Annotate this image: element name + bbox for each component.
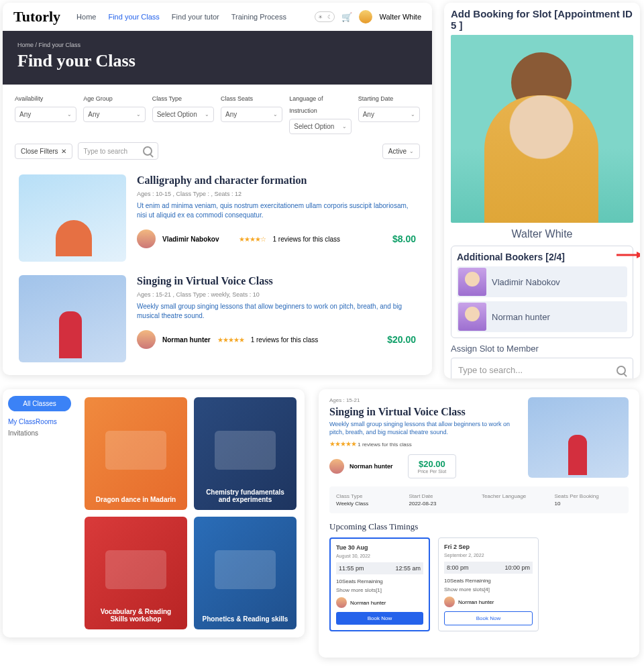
info-grid: Class TypeWeekly Class Start Date2022-08…: [329, 486, 629, 513]
filter-label: Class Type: [152, 95, 182, 102]
filter-row: AvailabilityAny⌄ Age GroupAny⌄ Class Typ…: [3, 85, 432, 141]
panel-title: Add Booking for Slot [Appointment ID 5 ]: [451, 8, 633, 31]
side-nav: All Classes My ClassRooms Invitations: [3, 389, 76, 637]
class-row[interactable]: Calligraphy and character formation Ages…: [3, 168, 432, 268]
class-thumbnail: [19, 174, 126, 262]
topbar: Tutorly Home Find your Class Find your t…: [3, 3, 432, 31]
class-card[interactable]: Dragon dance in Madarin: [85, 397, 187, 510]
classes-grid-panel: All Classes My ClassRooms Invitations Dr…: [3, 389, 305, 637]
filter-availability[interactable]: Any⌄: [15, 107, 76, 122]
book-now-button[interactable]: Book Now: [444, 611, 533, 625]
class-desc: Weekly small group singing lessons that …: [137, 302, 416, 321]
member-name: Walter White: [451, 228, 633, 240]
star-rating: ★★★★★: [329, 440, 356, 448]
class-meta: Ages : 10-15 , Class Type : , Seats : 12: [137, 191, 416, 197]
class-thumbnail: [19, 275, 126, 362]
price: $8.00: [392, 234, 416, 244]
filter-label: Language of Instruction: [289, 95, 323, 114]
filter-label: Age Group: [83, 95, 113, 102]
price-box: $20.00 Price Per Slot: [408, 454, 457, 478]
price: $20.00: [387, 334, 416, 345]
close-icon: ✕: [61, 148, 66, 155]
breadcrumb[interactable]: Home / Find your Class: [17, 42, 417, 48]
sidebar-link-invitations[interactable]: Invitations: [8, 429, 71, 437]
class-detail-panel: Ages : 15-21 Singing in Virtual Voice Cl…: [319, 389, 639, 658]
assign-label: Assign Slot to Member: [451, 344, 633, 354]
nav-find-class[interactable]: Find your Class: [108, 13, 159, 21]
chevron-down-icon: ⌄: [409, 148, 414, 154]
class-title: Singing in Virtual Voice Class: [329, 406, 519, 418]
class-thumbnail: [528, 397, 629, 478]
class-card[interactable]: Chemistry fundamentals and experiments: [194, 397, 297, 510]
filter-label: Class Seats: [221, 95, 253, 102]
tutor-name[interactable]: Vladimir Nabokov: [162, 236, 219, 243]
status-filter[interactable]: Active⌄: [382, 144, 420, 159]
show-more-link[interactable]: Show more slots[4]: [444, 586, 533, 592]
filter-age[interactable]: Any⌄: [83, 107, 145, 122]
show-more-link[interactable]: Show more slots[1]: [336, 587, 423, 593]
bookers-title: Additional Bookers [2/4]: [457, 252, 627, 262]
class-desc: Ut enim ad minima veniam, quis nostrum e…: [137, 201, 416, 220]
member-photo: [451, 35, 633, 223]
price-label: Price Per Slot: [418, 469, 447, 474]
all-classes-button[interactable]: All Classes: [8, 396, 71, 411]
class-card[interactable]: Phonetics & Reading skills: [194, 517, 297, 629]
reviews-text: 1 reviews for this class: [272, 236, 340, 243]
filter-seats[interactable]: Any⌄: [221, 107, 282, 122]
chevron-down-icon: ⌄: [411, 111, 415, 117]
tutor-name[interactable]: Norman hunter: [162, 336, 211, 344]
filter-label: Starting Date: [358, 95, 394, 102]
chevron-down-icon: ⌄: [67, 111, 72, 117]
star-rating: ★★★★☆: [239, 236, 266, 243]
book-now-button[interactable]: Book Now: [336, 612, 423, 625]
class-title[interactable]: Calligraphy and character formation: [137, 174, 416, 187]
booker-name: Vladimir Nabokov: [492, 277, 560, 287]
slot-card[interactable]: Fri 2 Sep September 2, 2022 8:00 pm10:00…: [438, 537, 539, 631]
bookers-box: Additional Bookers [2/4] Vladimir Naboko…: [451, 246, 633, 338]
class-meta: Ages : 15-21 , Class Type : weekly, Seat…: [137, 291, 416, 298]
class-title[interactable]: Singing in Virtual Voice Class: [137, 275, 416, 287]
tutor-avatar: [444, 597, 455, 607]
filter-lang[interactable]: Select Option⌄: [289, 119, 351, 134]
class-row[interactable]: Singing in Virtual Voice Class Ages : 15…: [3, 268, 432, 369]
chevron-down-icon: ⌄: [136, 111, 141, 117]
theme-toggle[interactable]: ☀☾: [315, 11, 335, 22]
class-card[interactable]: Vocabulary & Reading Skills workshop: [85, 517, 187, 629]
filter-label: Availability: [15, 95, 43, 102]
ages-text: Ages : 15-21: [329, 397, 519, 403]
slot-card[interactable]: Tue 30 Aug August 30, 2022 11:55 pm12:55…: [329, 537, 430, 631]
tutor-avatar[interactable]: [137, 229, 156, 248]
chevron-down-icon: ⌄: [205, 111, 209, 117]
reviews-text: 1 reviews for this class: [251, 336, 319, 344]
sidebar-link-classrooms[interactable]: My ClassRooms: [8, 418, 71, 425]
booker-avatar: [458, 303, 486, 331]
search-input[interactable]: Type to search: [78, 142, 158, 160]
arrow-icon: [616, 252, 640, 258]
chevron-down-icon: ⌄: [273, 111, 278, 117]
booker-row[interactable]: Norman hunter: [457, 301, 627, 332]
filter-date[interactable]: Any⌄: [358, 107, 420, 122]
member-search-input[interactable]: Type to search...: [451, 358, 633, 378]
user-avatar[interactable]: [359, 10, 372, 23]
tutor-avatar[interactable]: [329, 459, 344, 474]
class-desc: Weekly small group singing lessons that …: [329, 421, 519, 436]
find-class-panel: Tutorly Home Find your Class Find your t…: [3, 3, 432, 375]
tutor-avatar[interactable]: [137, 330, 156, 349]
nav-find-tutor[interactable]: Find your tutor: [172, 13, 219, 21]
nav-training[interactable]: Training Process: [231, 13, 286, 21]
filter-classtype[interactable]: Select Option⌄: [152, 107, 214, 122]
page-title: Find your Class: [17, 51, 417, 71]
booker-row[interactable]: Vladimir Nabokov: [457, 266, 627, 297]
close-filters-button[interactable]: Close Filters✕: [15, 144, 72, 159]
tutor-avatar: [336, 597, 347, 608]
booker-avatar: [458, 268, 486, 296]
tutor-name[interactable]: Norman hunter: [350, 463, 393, 470]
user-name[interactable]: Walter White: [379, 13, 421, 21]
chevron-down-icon: ⌄: [342, 123, 347, 130]
search-icon: [616, 366, 626, 375]
reviews-text: 1 reviews for this class: [358, 442, 411, 448]
nav-home[interactable]: Home: [76, 13, 96, 21]
booking-panel: Add Booking for Slot [Appointment ID 5 ]…: [444, 3, 640, 378]
brand-logo[interactable]: Tutorly: [13, 8, 60, 25]
cart-icon[interactable]: 🛒: [341, 12, 352, 22]
